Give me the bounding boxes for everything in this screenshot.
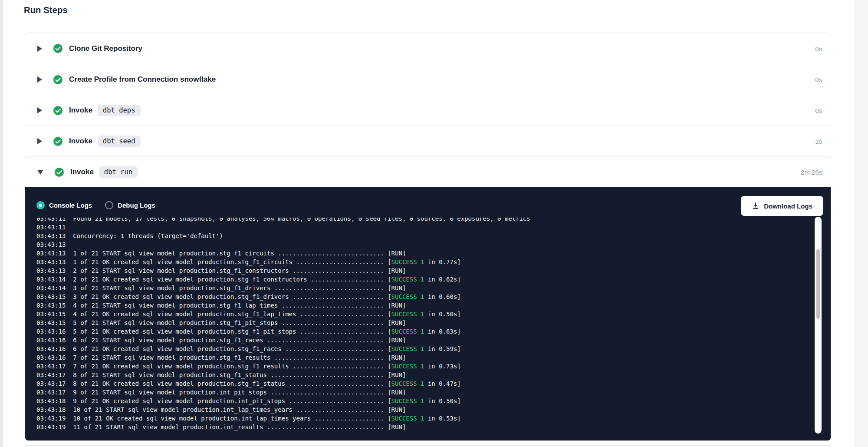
section-divider <box>25 445 831 446</box>
log-line: 03:43:13 <box>36 240 807 249</box>
log-line: 03:43:13 1 of 21 OK created sql view mod… <box>36 258 807 266</box>
log-timestamp: 03:43:17 <box>36 363 66 370</box>
console-logs-label[interactable]: Console Logs <box>49 202 92 209</box>
log-timestamp: 03:43:16 <box>36 354 66 361</box>
log-line: 03:43:17 9 of 21 START sql view model pr… <box>36 388 807 397</box>
right-gutter <box>854 0 868 447</box>
left-gutter <box>0 0 3 447</box>
step-duration: 0s <box>815 76 822 83</box>
log-timestamp: 03:43:11 <box>36 218 66 222</box>
log-timestamp: 03:43:16 <box>36 328 66 335</box>
step-label: Invoke <box>69 106 92 115</box>
log-timestamp: 03:43:19 <box>36 424 66 430</box>
chevron-down-icon[interactable] <box>37 170 43 175</box>
log-timestamp: 03:43:13 <box>36 250 66 257</box>
debug-logs-radio[interactable] <box>105 201 113 209</box>
log-line: 03:43:14 2 of 21 OK created sql view mod… <box>36 275 807 284</box>
log-timestamp: 03:43:15 <box>36 293 66 300</box>
log-timestamp: 03:43:17 <box>36 389 66 396</box>
success-check-icon <box>53 75 63 85</box>
step-row-create-profile-from-connection-snowflake[interactable]: Create Profile from Connection snowflake… <box>25 64 831 95</box>
log-timestamp: 03:43:13 <box>36 267 66 274</box>
log-line: 03:43:11 Found 21 models, 17 tests, 0 sn… <box>36 218 807 223</box>
step-label: Invoke <box>69 137 92 146</box>
log-line: 03:43:17 8 of 21 OK created sql view mod… <box>36 379 807 388</box>
log-timestamp: 03:43:15 <box>36 311 66 318</box>
chevron-right-icon[interactable] <box>37 107 42 113</box>
log-line: 03:43:16 7 of 21 START sql view model pr… <box>36 353 807 362</box>
step-label: Create Profile from Connection snowflake <box>69 75 216 84</box>
log-timestamp: 03:43:15 <box>36 302 66 309</box>
log-line: 03:43:17 8 of 21 START sql view model pr… <box>36 371 807 379</box>
step-command-badge: dbt deps <box>98 105 141 116</box>
download-logs-label: Download Logs <box>764 202 812 210</box>
log-timestamp: 03:43:13 <box>36 232 66 239</box>
success-check-icon <box>53 106 63 116</box>
log-timestamp: 03:43:16 <box>36 345 66 352</box>
chevron-right-icon[interactable] <box>37 46 42 52</box>
success-check-icon <box>54 167 64 177</box>
log-line: 03:43:17 7 of 21 OK created sql view mod… <box>36 362 807 371</box>
log-line: 03:43:13 1 of 21 START sql view model pr… <box>36 249 807 258</box>
step-duration: 0s <box>815 107 822 114</box>
log-line: 03:43:16 6 of 21 START sql view model pr… <box>36 336 807 344</box>
log-timestamp: 03:43:17 <box>36 371 66 378</box>
step-label: Invoke <box>70 168 94 176</box>
step-row-dbt-run[interactable]: Invokedbt run2m 26s <box>25 156 831 187</box>
log-line: 03:43:19 11 of 21 START sql view model p… <box>36 423 807 431</box>
log-timestamp: 03:43:14 <box>36 285 66 291</box>
page-title: Run Steps <box>24 5 68 15</box>
log-line: 03:43:15 4 of 21 OK created sql view mod… <box>36 310 807 318</box>
step-rows: Clone Git Repository0sCreate Profile fro… <box>25 33 831 187</box>
log-line: 03:43:16 6 of 21 OK created sql view mod… <box>36 344 807 353</box>
console-logs-radio[interactable] <box>36 201 45 209</box>
step-row-dbt-seed[interactable]: Invokedbt seed1s <box>25 126 831 156</box>
log-timestamp: 03:43:19 <box>36 415 66 422</box>
step-duration: 2m 26s <box>801 169 822 176</box>
log-line: 03:43:16 5 of 21 OK created sql view mod… <box>36 327 807 336</box>
log-line: 03:43:15 3 of 21 OK created sql view mod… <box>36 292 807 301</box>
step-label: Clone Git Repository <box>69 44 142 53</box>
chevron-right-icon[interactable] <box>37 76 42 83</box>
log-tabs: Console Logs Debug Logs <box>36 201 155 209</box>
run-steps-card: Clone Git Repository0sCreate Profile fro… <box>25 33 831 441</box>
log-timestamp: 03:43:15 <box>36 319 66 326</box>
step-duration: 0s <box>815 45 822 52</box>
log-timestamp: 03:43:16 <box>36 337 66 344</box>
log-line: 03:43:18 10 of 21 START sql view model p… <box>36 405 807 414</box>
log-scrollbar-track[interactable] <box>815 217 822 434</box>
step-row-clone-git-repository[interactable]: Clone Git Repository0s <box>25 33 831 64</box>
step-duration: 1s <box>815 138 822 145</box>
debug-logs-label[interactable]: Debug Logs <box>118 202 155 209</box>
download-icon <box>752 202 760 210</box>
log-lines: 03:43:11 Found 21 models, 17 tests, 0 sn… <box>36 218 807 431</box>
log-timestamp: 03:43:11 <box>36 224 66 231</box>
log-timestamp: 03:43:18 <box>36 397 66 404</box>
success-check-icon <box>53 43 63 53</box>
log-timestamp: 03:43:17 <box>36 380 66 387</box>
step-command-badge: dbt seed <box>98 136 141 147</box>
step-row-dbt-deps[interactable]: Invokedbt deps0s <box>25 95 831 126</box>
log-timestamp: 03:43:13 <box>36 241 66 248</box>
log-line: 03:43:14 3 of 21 START sql view model pr… <box>36 284 807 292</box>
log-timestamp: 03:43:14 <box>36 276 66 283</box>
log-line: 03:43:13 Concurrency: 1 threads (target=… <box>36 232 807 240</box>
log-line: 03:43:15 5 of 21 START sql view model pr… <box>36 318 807 327</box>
chevron-right-icon[interactable] <box>37 138 42 144</box>
console-log-output[interactable]: 03:43:11 Found 21 models, 17 tests, 0 sn… <box>36 218 807 441</box>
log-line: 03:43:11 <box>36 223 807 232</box>
log-line: 03:43:19 10 of 21 OK created sql view mo… <box>36 414 807 423</box>
step-command-badge: dbt run <box>99 166 138 178</box>
log-panel: Console Logs Debug Logs Download Logs 03… <box>25 187 831 441</box>
download-logs-button[interactable]: Download Logs <box>741 196 823 216</box>
success-check-icon <box>53 136 63 146</box>
log-line: 03:43:18 9 of 21 OK created sql view mod… <box>36 397 807 405</box>
log-scrollbar-thumb[interactable] <box>816 249 820 319</box>
log-line: 03:43:13 2 of 21 START sql view model pr… <box>36 266 807 275</box>
log-timestamp: 03:43:13 <box>36 258 66 265</box>
log-line: 03:43:15 4 of 21 START sql view model pr… <box>36 301 807 310</box>
log-timestamp: 03:43:18 <box>36 406 66 413</box>
